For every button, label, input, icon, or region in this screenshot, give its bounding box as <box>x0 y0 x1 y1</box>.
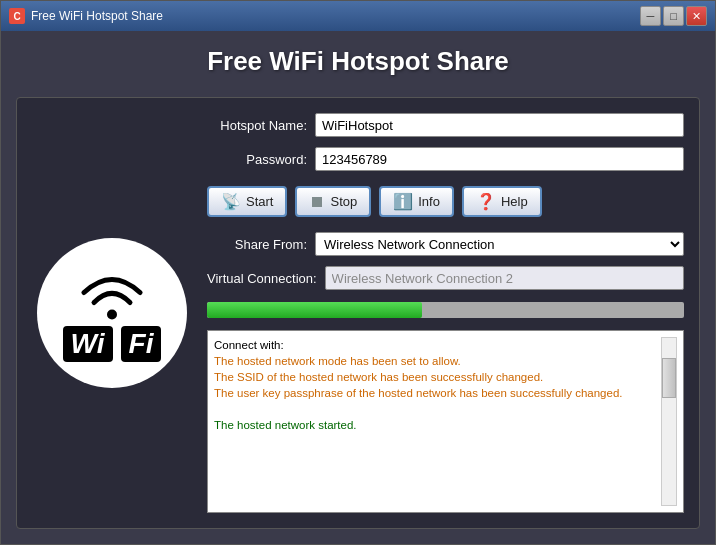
window-controls: ─ □ ✕ <box>640 6 707 26</box>
restore-button[interactable]: □ <box>663 6 684 26</box>
action-buttons: 📡 Start ⏹ Stop ℹ️ Info ❓ Help <box>207 186 684 217</box>
progress-fill <box>207 302 422 318</box>
help-icon: ❓ <box>476 192 496 211</box>
wifi-arcs-icon <box>72 264 152 324</box>
log-line-5 <box>214 401 657 417</box>
help-button[interactable]: ❓ Help <box>462 186 542 217</box>
share-from-row: Share From: Wireless Network Connection … <box>207 232 684 256</box>
log-line-2: The hosted network mode has been set to … <box>214 353 657 369</box>
app-title: Free WiFi Hotspot Share <box>16 46 700 77</box>
start-icon: 📡 <box>221 192 241 211</box>
wifi-text: Wi Fi <box>63 326 162 362</box>
log-scrollbar[interactable] <box>661 337 677 506</box>
content-area: Free WiFi Hotspot Share Wi Fi <box>1 31 715 544</box>
hotspot-name-input[interactable] <box>315 113 684 137</box>
password-label: Password: <box>207 152 307 167</box>
log-area: Connect with: The hosted network mode ha… <box>207 330 684 513</box>
window-title: Free WiFi Hotspot Share <box>31 9 163 23</box>
right-panel: Hotspot Name: Password: 📡 Start ⏹ <box>207 113 684 513</box>
wifi-logo: Wi Fi <box>37 238 187 388</box>
info-label: Info <box>418 194 440 209</box>
hotspot-label: Hotspot Name: <box>207 118 307 133</box>
log-line-1: Connect with: <box>214 337 657 353</box>
hotspot-name-row: Hotspot Name: <box>207 113 684 137</box>
titlebar: C Free WiFi Hotspot Share ─ □ ✕ <box>1 1 715 31</box>
wifi-word2: Fi <box>121 326 162 362</box>
main-window: C Free WiFi Hotspot Share ─ □ ✕ Free WiF… <box>0 0 716 545</box>
progress-bar <box>207 302 684 318</box>
virtual-connection-row: Virtual Connection: <box>207 266 684 290</box>
log-content: Connect with: The hosted network mode ha… <box>214 337 657 506</box>
share-select[interactable]: Wireless Network Connection Wireless Net… <box>315 232 684 256</box>
main-panel: Wi Fi Hotspot Name: Password: <box>16 97 700 529</box>
close-button[interactable]: ✕ <box>686 6 707 26</box>
wifi-word1: Wi <box>63 326 113 362</box>
virtual-connection-input <box>325 266 684 290</box>
svg-point-0 <box>107 310 117 320</box>
info-icon: ℹ️ <box>393 192 413 211</box>
minimize-button[interactable]: ─ <box>640 6 661 26</box>
info-button[interactable]: ℹ️ Info <box>379 186 454 217</box>
password-row: Password: <box>207 147 684 171</box>
app-icon: C <box>9 8 25 24</box>
stop-icon: ⏹ <box>309 193 325 211</box>
stop-button[interactable]: ⏹ Stop <box>295 186 371 217</box>
log-scrollbar-thumb[interactable] <box>662 358 676 398</box>
wifi-logo-area: Wi Fi <box>32 113 192 513</box>
log-line-6: The hosted network started. <box>214 417 657 433</box>
start-label: Start <box>246 194 273 209</box>
help-label: Help <box>501 194 528 209</box>
titlebar-left: C Free WiFi Hotspot Share <box>9 8 163 24</box>
virtual-label: Virtual Connection: <box>207 271 317 286</box>
log-line-3: The SSID of the hosted network has been … <box>214 369 657 385</box>
log-line-4: The user key passphrase of the hosted ne… <box>214 385 657 401</box>
share-label: Share From: <box>207 237 307 252</box>
start-button[interactable]: 📡 Start <box>207 186 287 217</box>
password-input[interactable] <box>315 147 684 171</box>
stop-label: Stop <box>330 194 357 209</box>
